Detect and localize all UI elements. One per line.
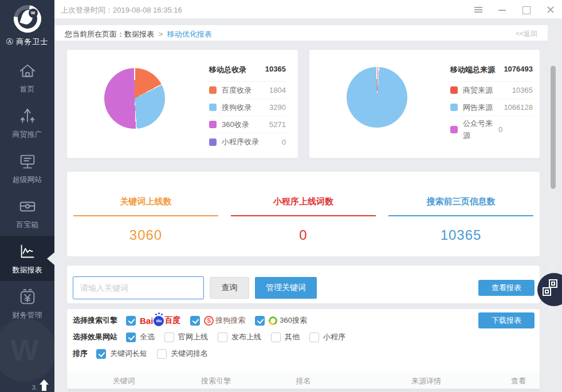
arrow-up-icon (40, 379, 49, 391)
legend-swatch (450, 104, 458, 111)
engine-sogou-option[interactable]: S 搜狗搜索 (190, 315, 245, 326)
column-header-rank: 排名 (251, 376, 356, 386)
stat-miniprogram-words: 小程序上线词数 0 (225, 196, 382, 243)
site-filter-label: 选择效果网站 (73, 332, 117, 342)
baidu-logo-icon: Bai du 百度 (140, 315, 180, 326)
active-item-notch (47, 252, 54, 265)
site-option-miniprogram[interactable]: 小程序 (309, 332, 345, 342)
titlebar: 上次登录时间：2019-08-08 16:35:16 (54, 0, 562, 19)
legend-swatch (450, 126, 458, 133)
legend-row: 小程序收录 0 (209, 133, 286, 151)
legend-total: 1076493 (504, 65, 533, 75)
page-indicator: 3. (32, 384, 37, 391)
mobile-index-pie-chart (104, 68, 165, 129)
site-option-official[interactable]: 官网上线 (164, 332, 208, 342)
view-report-button[interactable]: 查看报表 (478, 280, 535, 296)
sogou-logo-icon: S 搜狗搜索 (204, 315, 245, 326)
sidebar-item-home[interactable]: 首页 (0, 55, 54, 100)
so360-checkbox[interactable] (255, 316, 265, 326)
mobile-index-legend: 移动总收录 10365 百度收录 1804 搜狗收录 3290 360收录 52… (209, 65, 286, 151)
download-report-button[interactable]: 下载报表 (478, 312, 535, 328)
site-option-publish[interactable]: 发布上线 (218, 332, 261, 342)
keyword-search-input[interactable] (73, 276, 204, 299)
window-controls (474, 0, 555, 19)
home-icon (18, 61, 37, 81)
sort-label: 排序 (73, 349, 88, 359)
site-publish-checkbox[interactable] (218, 332, 227, 342)
legend-total: 10365 (265, 65, 286, 75)
stat-underline (388, 215, 533, 216)
sidebar-item-promotion[interactable]: 商贸推广 (0, 100, 54, 145)
legend-swatch (450, 86, 458, 94)
scroll-to-top-button[interactable]: 3. (32, 379, 49, 391)
qr-code-icon (543, 287, 551, 296)
engine-360-option[interactable]: 360搜索 (255, 315, 307, 326)
legend-title: 移动端总来源 (450, 65, 495, 75)
legend-row: 360收录 5271 (209, 116, 286, 133)
maximize-icon[interactable] (522, 5, 531, 14)
brand-name: Ⓐ 商务卫士 (0, 37, 54, 47)
legend-row: 百度收录 1804 (209, 82, 286, 99)
site-option-all[interactable]: 全选 (126, 332, 155, 342)
minimize-icon[interactable] (498, 5, 507, 14)
breadcrumb-section: 数据报表 (124, 30, 154, 38)
shield-watermark: W (0, 319, 56, 382)
report-chart-icon (18, 242, 37, 262)
scrollbar-thumb[interactable] (551, 66, 556, 189)
legend-title: 移动总收录 (209, 65, 246, 75)
site-option-other[interactable]: 其他 (271, 332, 300, 342)
baidu-checkbox[interactable] (126, 316, 136, 326)
filter-and-table-card: 下载报表 选择搜索引擎 Bai du 百度 S 搜狗搜索 (66, 308, 540, 392)
so360-logo-icon: 360搜索 (269, 315, 307, 326)
last-login-time: 上次登录时间：2019-08-08 16:35:16 (61, 5, 182, 15)
sogou-checkbox[interactable] (190, 316, 200, 326)
sort-rank-checkbox[interactable] (157, 349, 167, 359)
legend-swatch (209, 104, 217, 111)
bottom-cut-strip (67, 389, 540, 391)
sort-length-checkbox[interactable] (96, 349, 106, 359)
breadcrumb-prefix: 您当前所在页面： (65, 30, 124, 38)
back-link[interactable]: <<返回 (516, 29, 537, 39)
query-button[interactable]: 查询 (210, 277, 249, 299)
finance-yuan-icon (18, 287, 37, 307)
breadcrumb: 您当前所在页面：数据报表 > 移动优化报表 <<返回 (54, 25, 548, 41)
sidebar-item-website[interactable]: 超级网站 (0, 145, 54, 191)
site-official-checkbox[interactable] (164, 332, 174, 342)
legend-row: 网告来源 1066128 (450, 99, 533, 116)
baidu-paw-icon: du (154, 316, 164, 326)
manage-keywords-button[interactable]: 管理关键词 (255, 277, 317, 299)
search-engine-filter-row: 选择搜索引擎 Bai du 百度 S 搜狗搜索 (73, 315, 317, 326)
stat-keywords-online: 关键词上线数 3060 (67, 196, 225, 243)
breadcrumb-current-link[interactable]: 移动优化报表 (167, 30, 212, 38)
mobile-source-legend: 移动端总来源 1076493 商贸来源 10365 网告来源 1066128 公… (450, 65, 533, 144)
engine-filter-label: 选择搜索引擎 (73, 315, 117, 326)
result-site-filter-row: 选择效果网站 全选 官网上线 发布上线 其他 (73, 332, 355, 342)
column-header-keyword: 关键词 (67, 376, 180, 386)
engine-baidu-option[interactable]: Bai du 百度 (126, 315, 180, 326)
keyword-search-card: 查询 管理关键词 查看报表 (66, 265, 540, 304)
site-miniprogram-checkbox[interactable] (309, 332, 319, 342)
breadcrumb-separator: > (159, 30, 163, 38)
site-all-checkbox[interactable] (126, 332, 136, 342)
brand-badge-icon: Ⓐ (6, 38, 14, 46)
close-icon[interactable] (546, 5, 555, 14)
toolbox-icon (18, 197, 37, 216)
legend-row: 公众号来源 0 (450, 116, 533, 144)
column-header-source-detail: 来源详情 (355, 376, 497, 386)
column-header-view: 查看 (497, 376, 540, 386)
sidebar: W Ⓐ 商务卫士 首页 商贸推广 超级网站 百宝箱 数据报 (0, 0, 54, 392)
sort-option-rank[interactable]: 关键词排名 (157, 349, 208, 359)
sort-option-length[interactable]: 关键词长短 (96, 349, 147, 359)
site-other-checkbox[interactable] (271, 332, 281, 342)
menu-icon[interactable] (474, 5, 483, 14)
vertical-scrollbar[interactable] (549, 25, 557, 392)
sidebar-item-reports[interactable]: 数据报表 (0, 236, 54, 281)
sidebar-nav: 首页 商贸推广 超级网站 百宝箱 数据报表 财务管理 (0, 55, 54, 326)
sidebar-item-toolbox[interactable]: 百宝箱 (0, 191, 54, 236)
qr-code-icon (549, 279, 557, 288)
legend-swatch (209, 86, 217, 94)
promotion-arrows-icon (18, 106, 37, 126)
legend-swatch (209, 138, 217, 146)
legend-row: 搜狗收录 3290 (209, 99, 286, 116)
brand-block: W Ⓐ 商务卫士 (0, 0, 54, 47)
